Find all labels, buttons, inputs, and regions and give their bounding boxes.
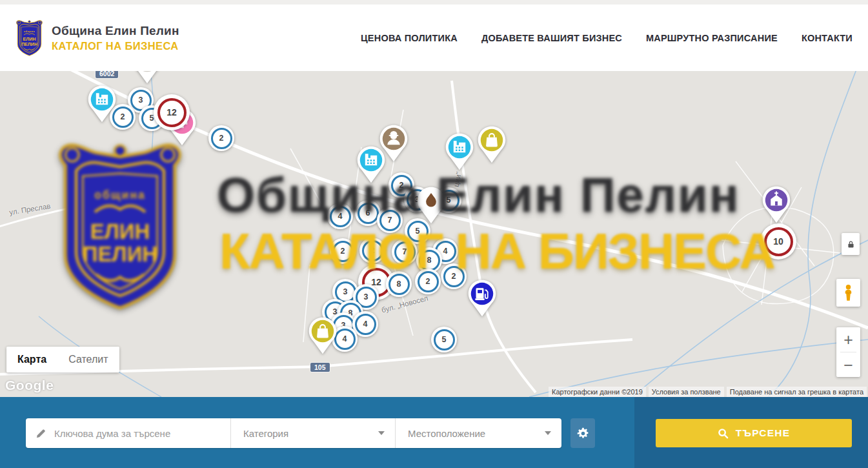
category-select[interactable]: Категория [230,418,395,448]
cluster-marker[interactable]: 8 [386,271,412,297]
cluster-marker[interactable]: 2 [330,238,356,264]
factory-pin[interactable] [87,85,117,123]
municipality-crest-icon: община ЕЛИН ПЕЛИН [14,19,45,57]
search-bar: Категория Местоположение ТЪРСЕНЕ [0,397,868,468]
factory-pin[interactable] [445,132,474,171]
zoom-control: + − [836,327,860,377]
pegman-control[interactable] [836,279,860,307]
category-select-label: Категория [243,428,288,439]
attribution-terms-link[interactable]: Условия за ползване [649,387,724,397]
chevron-down-icon [545,431,551,435]
attribution-report-link[interactable]: Подаване на сигнал за грешка в картата [727,387,867,397]
main-nav: ЦЕНОВА ПОЛИТИКА ДОБАВЕТЕ ВАШИЯТ БИЗНЕС М… [361,33,853,43]
shopping-bag-pin[interactable] [308,316,338,355]
search-icon [718,428,729,439]
zoom-out-button[interactable]: − [836,352,860,377]
cluster-marker[interactable]: 2 [415,269,441,294]
map-type-map-button[interactable]: Карта [6,347,57,372]
keyword-field[interactable] [26,418,230,448]
street-view-lock-button[interactable] [842,233,860,255]
crest-text-line2: ПЕЛИН [21,41,37,46]
site-logo[interactable]: община ЕЛИН ПЕЛИН Община Елин Пелин КАТА… [14,19,179,57]
cluster-marker[interactable]: 2 [359,238,385,263]
advanced-search-button[interactable] [570,418,595,448]
location-select-label: Местоположение [408,428,485,439]
map-canvas[interactable]: 6002105ул. Преславбул. „Новоселции" 3251… [0,71,868,397]
shopping-bag-pin[interactable] [477,125,507,164]
attribution-copyright: Картографски данни ©2019 [549,387,646,397]
page: община ЕЛИН ПЕЛИН Община Елин Пелин КАТА… [0,0,868,468]
zoom-in-button[interactable]: + [836,327,860,352]
map-type-control: Карта Сателит [6,347,119,372]
church-pin[interactable] [762,185,791,224]
flame-pin[interactable] [416,186,446,225]
search-button-label: ТЪРСЕНЕ [736,427,790,439]
markers-layer: 325122235647522748212823338344510 [0,71,868,397]
cluster-marker[interactable]: 12 [154,94,190,130]
cluster-marker[interactable]: 7 [377,207,403,233]
cluster-marker[interactable]: 10 [760,223,796,259]
search-submit-button[interactable]: ТЪРСЕНЕ [656,419,852,447]
header: община ЕЛИН ПЕЛИН Община Елин Пелин КАТА… [0,5,868,71]
cluster-marker[interactable]: 5 [431,327,457,352]
search-fields: Категория Местоположение [26,418,561,448]
cluster-marker[interactable]: 7 [392,239,418,265]
gear-icon [576,427,590,440]
fuel-pin[interactable] [467,279,497,318]
generic-pin[interactable] [132,71,162,85]
pencil-icon [35,428,46,439]
pegman-icon [842,284,854,302]
nav-pricing[interactable]: ЦЕНОВА ПОЛИТИКА [361,33,458,43]
site-subtitle: КАТАЛОГ НА БИЗНЕСА [52,40,179,52]
crest-text-top: община [24,30,35,32]
crest-text-line1: ЕЛИН [23,37,35,42]
keyword-input[interactable] [53,427,223,440]
nav-add-business[interactable]: ДОБАВЕТЕ ВАШИЯТ БИЗНЕС [481,33,622,43]
cluster-marker[interactable]: 2 [208,125,234,151]
map-type-satellite-button[interactable]: Сателит [57,347,119,372]
google-logo[interactable]: Google [5,378,54,393]
cluster-marker[interactable]: 2 [441,263,467,289]
nav-contacts[interactable]: КОНТАКТИ [802,33,853,43]
lock-icon [847,239,855,249]
factory-pin[interactable] [356,145,386,184]
site-title: Община Елин Пелин [52,24,179,38]
location-select[interactable]: Местоположение [395,418,561,448]
nav-route-schedule[interactable]: МАРШРУТНО РАЗПИСАНИЕ [646,33,778,43]
chevron-down-icon [378,431,385,435]
cluster-marker[interactable]: 4 [327,203,353,229]
top-strip [0,0,868,5]
map-attribution: Картографски данни ©2019 Условия за полз… [549,387,867,397]
